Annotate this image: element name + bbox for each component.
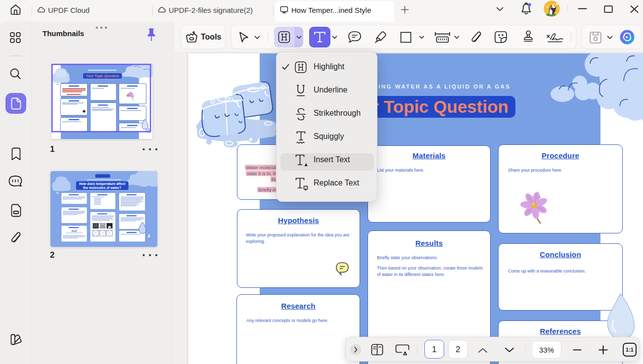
svg-text:Your Topic Question: Your Topic Question <box>86 74 119 78</box>
svg-text:H₂O: H₂O <box>72 229 77 232</box>
svg-text:the molecules of water?: the molecules of water? <box>83 186 121 189</box>
